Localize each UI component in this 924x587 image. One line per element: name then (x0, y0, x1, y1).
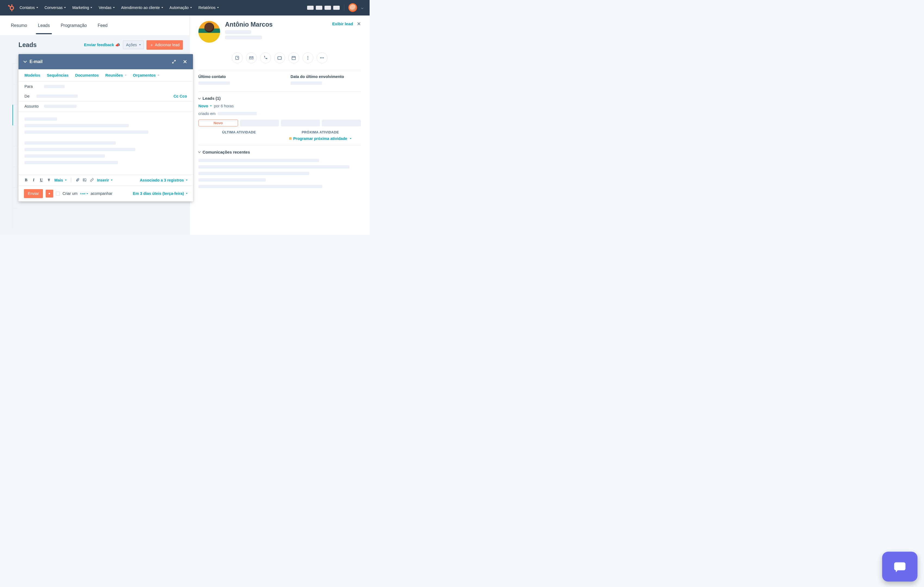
nav-contatos[interactable]: Contatos (20, 5, 38, 10)
actions-dropdown[interactable]: Ações (123, 41, 144, 49)
cc-link[interactable]: Cc (173, 94, 178, 98)
svg-rect-10 (278, 56, 281, 59)
stage-pill[interactable] (322, 120, 361, 126)
hubspot-logo[interactable] (7, 4, 14, 12)
stage-pill[interactable] (240, 120, 279, 126)
created-on-label: criado em (198, 111, 216, 116)
associated-records[interactable]: Associado a 3 registros (140, 178, 188, 182)
email-action-icon[interactable] (246, 53, 257, 63)
expand-icon[interactable] (172, 59, 176, 64)
image-icon[interactable] (82, 178, 86, 182)
send-options-button[interactable] (46, 190, 53, 198)
tab-resumo[interactable]: Resumo (11, 17, 27, 34)
nav-atendimento[interactable]: Atendimento ao cliente (121, 5, 163, 10)
from-field[interactable] (36, 94, 78, 98)
separator (71, 178, 71, 183)
insert-dropdown[interactable]: Inserir (97, 178, 112, 182)
contact-panel: Antônio Marcos Exibir lead ✕ (190, 15, 370, 235)
lead-status-dropdown[interactable]: Novo (198, 104, 212, 108)
close-panel-icon[interactable]: ✕ (357, 21, 361, 27)
svg-point-6 (12, 10, 13, 12)
nav-relatorios[interactable]: Relatórios (198, 5, 219, 10)
underline-button[interactable]: U (39, 178, 43, 182)
followup-checkbox[interactable] (56, 191, 60, 195)
compose-tab-modelos[interactable]: Modelos (25, 73, 40, 77)
bcc-link[interactable]: Cco (180, 94, 187, 98)
compose-tab-sequencias[interactable]: Sequências (47, 73, 68, 77)
close-icon[interactable] (183, 59, 188, 64)
placeholder-pill (325, 6, 331, 10)
more-formatting[interactable]: Mais (54, 178, 67, 182)
clear-format-button[interactable]: T (47, 178, 51, 182)
last-activity-label: ÚLTIMA ATIVIDADE (198, 130, 280, 134)
call-action-icon[interactable] (260, 53, 271, 63)
contact-avatar[interactable] (198, 21, 220, 43)
note-action-icon[interactable] (232, 53, 243, 63)
created-on-value-placeholder (218, 112, 257, 115)
chevron-down-icon (198, 150, 201, 153)
add-lead-button[interactable]: ＋ Adicionar lead (147, 40, 183, 50)
nav-automacao[interactable]: Automação (170, 5, 192, 10)
nav-marketing[interactable]: Marketing (72, 5, 92, 10)
schedule-next-activity[interactable]: Programar próxima atividade (289, 137, 351, 141)
lead-duration: por 6 horas (214, 104, 234, 108)
nav-vendas[interactable]: Vendas (99, 5, 114, 10)
status-dot-icon (289, 137, 292, 140)
link-icon[interactable] (90, 178, 94, 182)
workspace-tabs: Resumo Leads Programação Feed (0, 15, 190, 36)
svg-point-15 (320, 57, 321, 58)
megaphone-icon: 📣 (115, 43, 120, 47)
compose-tab-documentos[interactable]: Documentos (75, 73, 99, 77)
task-action-icon[interactable] (274, 53, 285, 63)
nav-conversas[interactable]: Conversas (45, 5, 66, 10)
subject-label: Assunto (25, 104, 41, 109)
send-feedback-link[interactable]: Enviar feedback 📣 (84, 43, 120, 47)
placeholder-pill (316, 6, 322, 10)
email-compose-panel: E-mail Modelos Sequências Documentos Reu… (18, 54, 193, 202)
topbar-right (307, 3, 363, 12)
view-lead-link[interactable]: Exibir lead (332, 21, 353, 26)
stage-pill-novo[interactable]: Novo (198, 120, 238, 126)
contact-name: Antônio Marcos (225, 21, 272, 28)
from-label: De (25, 94, 33, 98)
send-button[interactable]: Enviar (24, 189, 43, 198)
collapse-chevron-icon[interactable] (23, 59, 26, 63)
last-contact-label: Último contato (198, 74, 269, 79)
tab-leads[interactable]: Leads (38, 17, 50, 34)
svg-point-5 (11, 4, 12, 5)
placeholder-pill (307, 6, 314, 10)
lead-list-edges (13, 63, 18, 202)
followup-type-dropdown[interactable]: E-mail (80, 193, 88, 195)
placeholder-pill (333, 6, 340, 10)
leads-section-header[interactable]: Leads (1) (198, 96, 361, 101)
compose-title: E-mail (30, 59, 169, 64)
dot-icon (125, 74, 127, 76)
italic-button[interactable]: I (31, 178, 36, 182)
to-field[interactable] (44, 85, 65, 88)
svg-point-13 (308, 57, 309, 58)
compose-tab-reunioes[interactable]: Reuniões (106, 73, 127, 77)
attachment-icon[interactable] (76, 178, 79, 182)
contact-subtitle-placeholder (225, 36, 262, 40)
last-engagement-label: Data do último envolvimento (290, 74, 361, 79)
more-action-icon[interactable] (302, 53, 314, 63)
top-navbar: Contatos Conversas Marketing Vendas Aten… (0, 0, 370, 15)
subject-field[interactable] (44, 105, 77, 108)
next-activity-label: PRÓXIMA ATIVIDADE (280, 130, 361, 134)
recent-comms-header[interactable]: Comunicações recentes (198, 150, 361, 154)
svg-point-17 (323, 57, 324, 58)
stage-pill[interactable] (281, 120, 320, 126)
svg-rect-9 (236, 56, 239, 59)
chevron-down-icon[interactable] (361, 7, 363, 9)
create-a-label: Criar um (63, 191, 78, 196)
tab-programacao[interactable]: Programação (61, 17, 87, 34)
user-avatar[interactable] (348, 3, 357, 12)
compose-tab-orcamentos[interactable]: Orçamentos (133, 73, 159, 77)
bold-button[interactable]: B (24, 178, 28, 182)
meeting-action-icon[interactable] (288, 53, 299, 63)
email-body[interactable] (18, 111, 193, 175)
schedule-dropdown[interactable]: Em 3 dias úteis (terça-feira) (133, 191, 188, 196)
svg-rect-11 (292, 56, 295, 60)
tab-feed[interactable]: Feed (97, 17, 107, 34)
overflow-action-icon[interactable] (317, 53, 327, 63)
